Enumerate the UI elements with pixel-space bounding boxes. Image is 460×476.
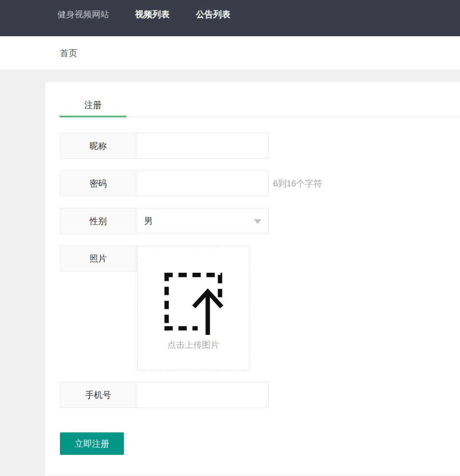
password-input[interactable]	[136, 170, 269, 196]
nickname-label: 昵称	[60, 133, 136, 159]
breadcrumb-home[interactable]: 首页	[60, 47, 77, 59]
gender-label: 性别	[60, 208, 136, 234]
chevron-down-icon	[254, 219, 262, 224]
register-card: 注册 昵称 密码 6到16个字符 性别 男	[45, 82, 460, 476]
gender-selected-value: 男	[144, 215, 153, 227]
upload-image-icon	[163, 271, 224, 336]
site-brand[interactable]: 健身视频网站	[57, 9, 109, 20]
row-password: 密码 6到16个字符	[60, 170, 460, 196]
phone-label: 手机号	[60, 382, 136, 408]
register-submit-button[interactable]: 立即注册	[60, 432, 124, 455]
tab-register[interactable]: 注册	[60, 92, 126, 117]
row-nickname: 昵称	[60, 133, 460, 159]
photo-upload-area[interactable]: 点击上传图片	[137, 246, 249, 370]
password-hint: 6到16个字符	[273, 178, 322, 189]
nickname-input[interactable]	[136, 133, 269, 159]
breadcrumb-bar: 首页	[0, 36, 460, 70]
row-phone: 手机号	[60, 382, 460, 408]
nav-item-notice-list[interactable]: 公告列表	[196, 9, 230, 20]
tab-bar: 注册	[60, 82, 460, 117]
main-area: 注册 昵称 密码 6到16个字符 性别 男	[0, 70, 460, 476]
row-gender: 性别 男	[60, 208, 460, 234]
top-navbar: 健身视频网站 视频列表 公告列表	[0, 0, 460, 36]
upload-hint-text: 点击上传图片	[167, 339, 219, 351]
register-form: 昵称 密码 6到16个字符 性别 男 照片	[45, 117, 460, 455]
row-photo: 照片 点击上传图片	[60, 246, 460, 370]
phone-input[interactable]	[136, 382, 269, 408]
gender-select[interactable]: 男	[136, 208, 269, 234]
photo-label: 照片	[60, 246, 136, 271]
password-label: 密码	[60, 170, 136, 196]
nav-item-video-list[interactable]: 视频列表	[135, 9, 170, 20]
